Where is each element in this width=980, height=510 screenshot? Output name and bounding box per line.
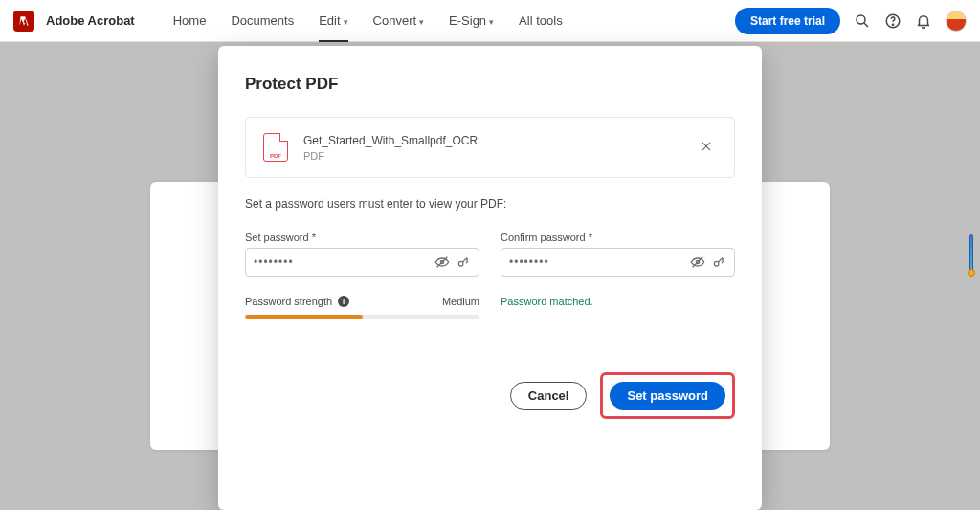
- file-name: Get_Started_With_Smallpdf_OCR: [303, 134, 680, 147]
- toggle-visibility-icon[interactable]: [690, 255, 705, 270]
- nav-esign-label: E-Sign: [449, 13, 486, 28]
- nav-documents[interactable]: Documents: [231, 0, 294, 41]
- adobe-logo-icon: [13, 11, 34, 32]
- brand-name: Adobe Acrobat: [46, 13, 135, 28]
- strength-fill: [245, 315, 363, 319]
- password-strength-label: Password strength i: [245, 296, 349, 307]
- required-asterisk: *: [312, 232, 316, 243]
- confirm-password-input[interactable]: [509, 255, 690, 269]
- nav-edit-label: Edit: [319, 13, 340, 28]
- set-password-highlight: Set password: [600, 372, 735, 419]
- strength-bar: [245, 315, 479, 319]
- set-password-input[interactable]: [254, 255, 434, 269]
- modal-footer: Cancel Set password: [245, 372, 735, 419]
- start-free-trial-button[interactable]: Start free trial: [735, 8, 840, 34]
- password-matched-message: Password matched.: [501, 296, 735, 307]
- set-password-col: Set password * P: [245, 232, 479, 319]
- top-bar: Adobe Acrobat Home Documents Edit▾ Conve…: [0, 0, 980, 42]
- pdf-file-icon: PDF: [263, 133, 288, 162]
- remove-file-button[interactable]: [696, 136, 717, 160]
- svg-point-11: [714, 261, 719, 266]
- top-nav: Home Documents Edit▾ Convert▾ E-Sign▾ Al…: [173, 0, 563, 41]
- nav-alltools[interactable]: All tools: [519, 0, 563, 41]
- info-icon[interactable]: i: [338, 296, 349, 307]
- set-password-label: Set password *: [245, 232, 479, 243]
- password-manager-icon[interactable]: [456, 255, 471, 270]
- chevron-down-icon: ▾: [344, 17, 348, 27]
- thermometer-widget: [967, 234, 976, 277]
- confirm-password-col: Confirm password * Password matched.: [501, 232, 735, 319]
- notifications-icon[interactable]: [915, 12, 932, 30]
- modal-overlay: Protect PDF PDF Get_Started_With_Smallpd…: [0, 42, 980, 510]
- chevron-down-icon: ▾: [489, 17, 494, 27]
- svg-point-3: [892, 24, 893, 25]
- nav-edit[interactable]: Edit▾: [319, 0, 347, 41]
- modal-title: Protect PDF: [245, 75, 735, 94]
- avatar[interactable]: [946, 11, 967, 32]
- password-strength-row: Password strength i Medium: [245, 296, 479, 307]
- top-bar-right: Start free trial: [735, 8, 967, 34]
- pdf-icon-label: PDF: [270, 153, 281, 159]
- help-icon[interactable]: [884, 12, 902, 30]
- strength-label-text: Password strength: [245, 296, 332, 307]
- file-type: PDF: [303, 150, 680, 162]
- confirm-password-label: Confirm password *: [501, 232, 735, 243]
- nav-convert-label: Convert: [373, 13, 417, 28]
- required-asterisk: *: [589, 232, 592, 243]
- file-card: PDF Get_Started_With_Smallpdf_OCR PDF: [245, 117, 735, 178]
- search-icon[interactable]: [854, 12, 871, 30]
- cancel-button[interactable]: Cancel: [510, 382, 588, 410]
- nav-home[interactable]: Home: [173, 0, 207, 41]
- strength-level: Medium: [442, 296, 479, 307]
- set-password-label-text: Set password: [245, 232, 309, 243]
- confirm-password-label-text: Confirm password: [501, 232, 586, 243]
- password-manager-icon[interactable]: [711, 255, 726, 270]
- nav-esign[interactable]: E-Sign▾: [449, 0, 494, 41]
- thermometer-bulb-icon: [968, 269, 975, 277]
- set-password-input-wrap: [245, 248, 479, 277]
- confirm-password-input-wrap: [501, 248, 735, 277]
- toggle-visibility-icon[interactable]: [434, 255, 450, 270]
- nav-convert[interactable]: Convert▾: [373, 0, 425, 41]
- protect-pdf-modal: Protect PDF PDF Get_Started_With_Smallpd…: [218, 46, 762, 510]
- svg-point-0: [857, 15, 865, 24]
- chevron-down-icon: ▾: [419, 17, 424, 27]
- thermometer-stem-icon: [969, 234, 973, 271]
- password-form-row: Set password * P: [245, 232, 735, 319]
- set-password-button[interactable]: Set password: [610, 382, 725, 410]
- svg-point-8: [458, 261, 463, 266]
- file-meta: Get_Started_With_Smallpdf_OCR PDF: [303, 134, 680, 162]
- instruction-text: Set a password users must enter to view …: [245, 197, 735, 211]
- svg-line-1: [864, 23, 868, 27]
